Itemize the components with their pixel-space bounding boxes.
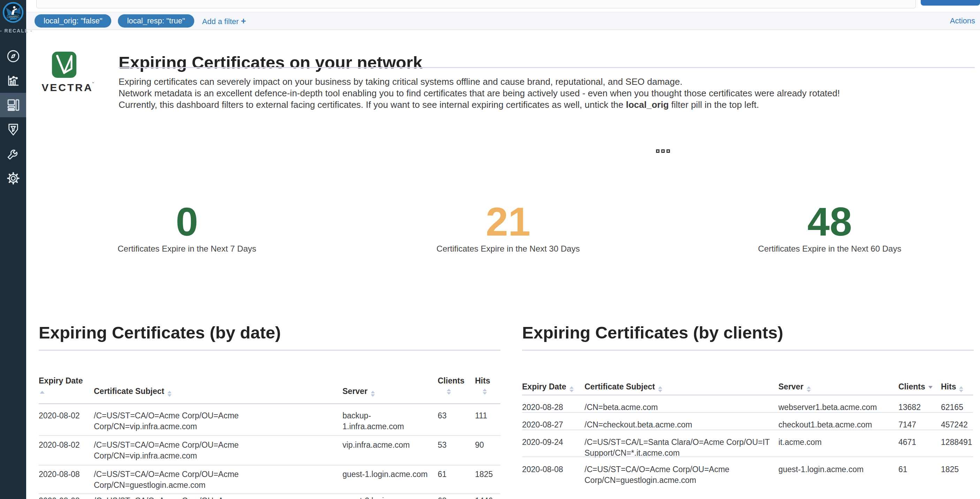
metric-label: Certificates Expire in the Next 60 Days	[725, 244, 934, 254]
row-divider	[522, 412, 973, 413]
cell-subject: /C=US/ST=CA/L=Santa Clara/O=Acme Corp/OU…	[584, 437, 780, 459]
by-clients-header-server[interactable]: Server	[778, 382, 811, 392]
cell-subject: /C=US/ST=CA/O=Acme Corp/OU=Acme	[94, 496, 247, 499]
loader-square	[656, 149, 660, 153]
cell-hits: 1825	[941, 464, 959, 475]
cell-hits: 111	[475, 410, 487, 421]
sort-icon	[959, 386, 963, 392]
sidebar-item-detections[interactable]	[0, 117, 26, 142]
cell-hits: 90	[475, 440, 484, 451]
actions-link[interactable]: Actions	[950, 16, 975, 26]
loader-square	[667, 149, 670, 153]
sort-asc-icon	[40, 391, 45, 394]
cell-clients: 7147	[898, 419, 916, 430]
filter-pill-local-resp[interactable]: local_resp: "true"	[118, 14, 194, 27]
cell-clients: 68	[438, 496, 447, 499]
sidebar-item-management[interactable]	[0, 166, 26, 191]
sidebar-item-visualize[interactable]	[0, 69, 26, 93]
sidebar-item-discover[interactable]	[0, 44, 26, 69]
metric-value: 48	[725, 201, 934, 242]
cell-expiry: 2020-09-24	[522, 437, 563, 448]
by-clients-panel-title: Expiring Certificates (by clients)	[522, 323, 783, 342]
metric-60-days: 48 Certificates Expire in the Next 60 Da…	[725, 201, 934, 254]
by-date-header-server[interactable]: Server	[342, 387, 375, 397]
filter-pill-local-orig[interactable]: local_orig: "false"	[35, 14, 111, 27]
cell-expiry: 2020-08-08	[522, 464, 563, 475]
by-date-header-expiry[interactable]: Expiry Date	[39, 376, 83, 386]
cell-server: guest-1.login.acme.com	[778, 464, 895, 475]
metric-label: Certificates Expire in the Next 30 Days	[404, 244, 613, 254]
description-line-2: Network metadata is an excellent defence…	[119, 88, 840, 99]
metric-label: Certificates Expire in the Next 7 Days	[82, 244, 291, 254]
bar-chart-icon	[6, 73, 21, 88]
sort-icon	[447, 389, 451, 395]
description-line-1: Expiring certificates can severely impac…	[119, 76, 840, 88]
sort-desc-icon	[928, 386, 932, 389]
cell-clients: 13682	[898, 402, 921, 413]
table-header-border	[39, 403, 501, 404]
row-divider	[522, 430, 973, 430]
cell-clients: 4671	[898, 437, 916, 448]
row-divider	[39, 435, 501, 436]
compass-icon	[6, 49, 21, 64]
cell-clients: 53	[438, 440, 447, 451]
sort-icon	[371, 391, 375, 397]
cell-clients: 61	[898, 464, 907, 475]
cell-clients: 61	[438, 469, 447, 480]
cell-hits: 62165	[941, 402, 963, 413]
cell-hits: 1825	[475, 469, 493, 480]
panel-divider	[39, 350, 501, 351]
sidebar: COGNITO - RECALL -	[0, 0, 26, 499]
cell-hits: 1446	[475, 496, 493, 499]
cell-subject: /C=US/ST=CA/O=Acme Corp/OU=Acme Corp/CN=…	[584, 464, 780, 486]
row-divider	[39, 493, 501, 494]
add-filter-link[interactable]: Add a filter +	[202, 16, 246, 26]
cell-server: guest-1.login.acme.com	[342, 469, 433, 480]
metric-value: 21	[404, 201, 613, 242]
by-clients-header-clients[interactable]: Clients	[898, 382, 932, 392]
sort-icon	[807, 386, 811, 392]
cell-hits: 457242	[941, 419, 968, 430]
cognito-logo[interactable]: COGNITO	[2, 2, 24, 23]
sidebar-item-dashboard[interactable]	[0, 93, 26, 117]
by-date-header-clients[interactable]: Clients	[438, 376, 465, 386]
panel-divider	[522, 350, 974, 351]
cell-clients: 63	[438, 410, 447, 421]
cell-expiry: 2020-08-28	[522, 402, 563, 413]
sort-icon	[483, 389, 487, 395]
update-button[interactable]	[921, 0, 980, 6]
cell-expiry: 2020-08-08	[39, 469, 80, 480]
by-clients-header-expiry[interactable]: Expiry Date	[522, 382, 574, 392]
sort-icon	[167, 391, 172, 397]
cell-expiry: 2020-08-02	[39, 440, 80, 451]
metric-30-days: 21 Certificates Expire in the Next 30 Da…	[404, 201, 613, 254]
by-date-header-hits[interactable]: Hits	[475, 376, 490, 386]
by-date-panel-title: Expiring Certificates (by date)	[39, 323, 281, 342]
shield-funnel-icon	[6, 122, 21, 137]
cell-server: backup- 1.infra.acme.com	[342, 410, 433, 432]
row-divider	[522, 456, 973, 457]
by-clients-header-subject[interactable]: Certificate Subject	[584, 382, 662, 392]
page-title: Expiring Certificates on your network	[119, 53, 422, 72]
dashboard-description: Expiring certificates can severely impac…	[119, 76, 840, 111]
dashboard-grid-icon	[6, 98, 21, 112]
search-input[interactable]	[36, 0, 916, 8]
filter-bar: local_orig: "false" local_resp: "true" A…	[26, 12, 980, 30]
sidebar-item-devtools[interactable]	[0, 142, 26, 166]
cell-server: webserver1.beta.acme.com	[778, 402, 895, 413]
table-header-border	[522, 395, 973, 395]
cell-subject: /C=US/ST=CA/O=Acme Corp/OU=Acme Corp/CN=…	[94, 410, 247, 432]
cell-expiry: 2020-08-02	[39, 410, 80, 421]
recall-brand-label: - RECALL -	[0, 28, 26, 33]
dashboard-screen: local_orig: "false" local_resp: "true" A…	[0, 0, 980, 499]
by-date-header-subject[interactable]: Certificate Subject	[94, 387, 172, 397]
cell-subject: /CN=checkout.beta.acme.com	[584, 419, 780, 430]
by-clients-header-hits[interactable]: Hits	[941, 382, 963, 392]
cell-server: guest-2.login.acme.com	[342, 496, 433, 499]
cell-subject: /C=US/ST=CA/O=Acme Corp/OU=Acme Corp/CN=…	[94, 440, 247, 461]
metric-7-days: 0 Certificates Expire in the Next 7 Days	[82, 201, 291, 254]
wrench-icon	[6, 147, 21, 161]
cell-hits: 1288491	[941, 437, 972, 448]
cell-expiry: 2020-08-08	[39, 496, 80, 499]
row-divider	[39, 465, 501, 466]
